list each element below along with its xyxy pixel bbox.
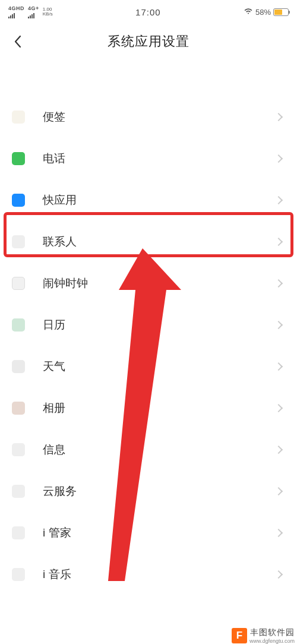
list-item-weather[interactable]: 天气 [0,346,297,387]
list-item-album[interactable]: 相册 [0,387,297,429]
chevron-right-icon [274,279,283,288]
chevron-right-icon [274,446,283,454]
svg-rect-6 [31,14,33,18]
list-item-phone[interactable]: 电话 [0,138,297,179]
watermark-name: 丰图软件园 [250,627,295,638]
chevron-right-icon [274,321,283,329]
list-item-label: 日历 [43,317,276,333]
list-item-notes[interactable]: 便签 [0,96,297,138]
watermark-url: www.dgfengtu.com [249,638,295,644]
wifi-icon [244,8,253,17]
header: 系统应用设置 [0,23,297,62]
signal-icon-1: 4GHD [8,4,24,20]
album-icon [12,402,25,415]
list-item-label: 快应用 [43,192,276,208]
chevron-right-icon [274,529,283,537]
svg-rect-2 [12,14,13,18]
page-title: 系统应用设置 [108,33,189,50]
list-item-manager[interactable]: i 管家 [0,512,297,554]
status-left: 4GHD 4G+ 1.00 KB/s [8,4,53,20]
list-item-label: i 音乐 [43,567,276,582]
list-item-label: 天气 [43,359,276,374]
cloud-icon [12,485,25,498]
back-button[interactable] [10,33,26,50]
phone-icon [12,152,25,165]
svg-rect-3 [14,13,15,18]
chevron-right-icon [274,154,283,163]
list-item-label: 信息 [43,442,276,457]
list-item-message[interactable]: 信息 [0,429,297,471]
status-bar: 4GHD 4G+ 1.00 KB/s 17:00 58% [0,0,297,23]
quickapp-icon [12,194,25,207]
manager-icon [12,526,25,539]
net-speed: 1.00 KB/s [43,7,53,17]
settings-list: 便签电话快应用联系人闹钟时钟日历天气相册信息云服务i 管家i 音乐 [0,62,297,595]
list-item-contacts[interactable]: 联系人 [0,221,297,263]
calendar-icon [12,318,25,332]
list-item-music[interactable]: i 音乐 [0,554,297,595]
list-item-label: 便签 [43,109,276,125]
contacts-icon [12,235,25,248]
list-item-label: i 管家 [43,525,276,541]
notes-icon [12,111,25,124]
svg-rect-5 [30,15,31,18]
chevron-right-icon [274,570,283,579]
watermark-logo: F [232,628,247,643]
list-item-label: 电话 [43,151,276,166]
svg-rect-1 [10,15,11,18]
list-item-label: 云服务 [43,484,276,499]
list-item-label: 相册 [43,400,276,416]
message-icon [12,443,25,456]
chevron-right-icon [274,487,283,495]
svg-rect-7 [33,13,34,18]
svg-rect-0 [8,17,10,18]
list-item-clock[interactable]: 闹钟时钟 [0,263,297,304]
chevron-right-icon [274,404,283,412]
list-item-cloud[interactable]: 云服务 [0,471,297,512]
battery-percent: 58% [255,8,271,17]
clock-icon [12,277,25,290]
weather-icon [12,360,25,373]
list-item-quickapp[interactable]: 快应用 [0,179,297,221]
music-icon [12,568,25,581]
chevron-right-icon [274,238,283,246]
status-time: 17:00 [135,7,161,17]
chevron-right-icon [274,362,283,371]
chevron-right-icon [274,113,283,121]
chevron-right-icon [274,196,283,204]
list-item-label: 闹钟时钟 [43,276,276,291]
list-item-calendar[interactable]: 日历 [0,304,297,346]
list-item-label: 联系人 [43,234,276,250]
signal-icon-2: 4G+ [28,4,39,20]
chevron-left-icon [13,34,23,49]
status-right: 58% [244,8,289,17]
watermark: F 丰图软件园 www.dgfengtu.com [232,627,297,644]
svg-rect-4 [28,17,29,18]
battery-icon [273,8,289,16]
